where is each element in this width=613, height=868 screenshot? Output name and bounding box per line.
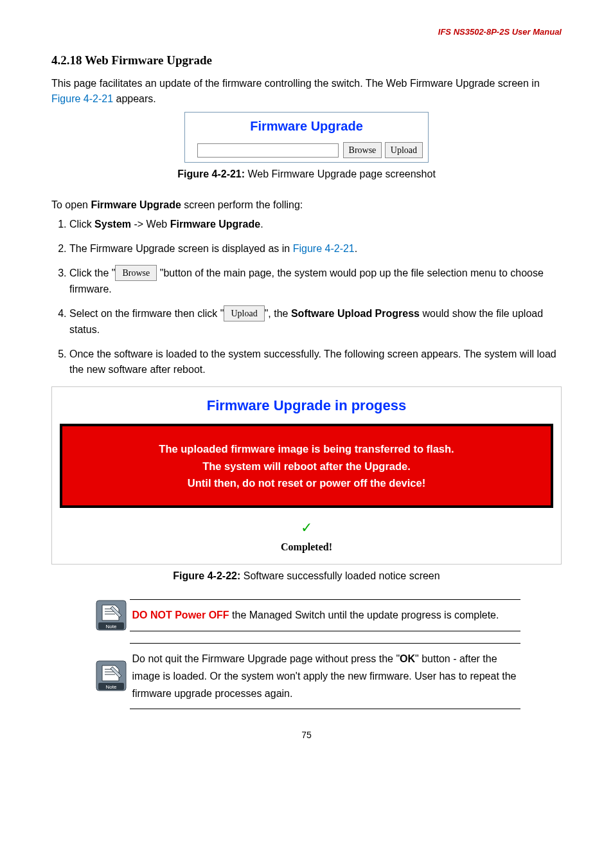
- open-text-b: Firmware Upgrade: [91, 199, 181, 210]
- step-3: Click the "Browse "button of the main pa…: [69, 266, 562, 297]
- checkmark-icon: ✓: [60, 517, 553, 538]
- open-instruction: To open Firmware Upgrade screen perform …: [51, 197, 562, 213]
- s1-c: -> Web: [131, 219, 170, 230]
- note-icon-2: Note: [93, 643, 130, 710]
- note-icon-1: Note: [93, 599, 130, 631]
- file-path-input[interactable]: [197, 143, 339, 158]
- s5-a: Once the software is loaded to the syste…: [69, 348, 556, 375]
- step-5: Once the software is loaded to the syste…: [69, 347, 562, 377]
- note-2-ok: OK: [400, 653, 415, 664]
- intro-text-b: appears.: [113, 93, 156, 104]
- figure-1-caption: Figure 4-2-21: Web Firmware Upgrade page…: [51, 167, 562, 182]
- progress-title: Firmware Upgrade in progess: [60, 395, 553, 416]
- s1-d: Firmware Upgrade: [170, 219, 260, 230]
- warning-box: The uploaded firmware image is being tra…: [60, 424, 553, 508]
- figure-2-caption-num: Figure 4-2-22:: [173, 570, 240, 581]
- svg-text:Note: Note: [105, 624, 116, 629]
- open-text-c: screen perform the folling:: [181, 199, 303, 210]
- note-1-rest: the Managed Switch until the update prog…: [229, 610, 499, 620]
- warning-line-2: The system will reboot after the Upgrade…: [74, 458, 539, 475]
- note-1-body: DO NOT Power OFF the Managed Switch unti…: [130, 599, 521, 631]
- s1-a: Click: [69, 219, 94, 230]
- s2-link: Figure 4-2-21: [293, 243, 355, 254]
- s2-a: The Firmware Upgrade screen is displayed…: [69, 243, 293, 254]
- intro-paragraph: This page facilitates an update of the f…: [51, 76, 562, 107]
- progress-panel: Firmware Upgrade in progess The uploaded…: [51, 386, 562, 565]
- figure-1-container: Firmware Upgrade Browse Upload: [51, 112, 562, 163]
- warning-line-1: The uploaded firmware image is being tra…: [74, 440, 539, 457]
- note-2-a: Do not quit the Firmware Upgrade page wi…: [132, 653, 400, 664]
- steps-list: Click System -> Web Firmware Upgrade. Th…: [51, 217, 562, 377]
- s4-b: ", the: [265, 308, 291, 319]
- note-badge-icon: Note: [96, 600, 127, 631]
- firmware-upgrade-title: Firmware Upgrade: [190, 116, 423, 136]
- page-number: 75: [51, 728, 562, 742]
- s4-bold: Software Upload Progress: [291, 308, 420, 319]
- note-1-red: DO NOT Power OFF: [132, 610, 229, 620]
- figure-2-caption-text: Software successfully loaded notice scre…: [240, 570, 440, 581]
- note-badge-icon: Note: [96, 660, 127, 691]
- s1-e: .: [260, 219, 263, 230]
- completed-label: Completed!: [60, 539, 553, 555]
- section-title: 4.2.18 Web Firmware Upgrade: [51, 51, 562, 70]
- step-2: The Firmware Upgrade screen is displayed…: [69, 241, 562, 257]
- intro-text-a: This page facilitates an update of the f…: [51, 78, 540, 89]
- step-4: Select on the firmware then click "Uploa…: [69, 306, 562, 338]
- figure-link-1: Figure 4-2-21: [51, 93, 113, 104]
- note-2-body: Do not quit the Firmware Upgrade page wi…: [130, 643, 521, 710]
- browse-button[interactable]: Browse: [343, 142, 382, 158]
- figure-1-caption-text: Web Firmware Upgrade page screenshot: [245, 168, 436, 179]
- note-2: Note Do not quit the Firmware Upgrade pa…: [93, 643, 521, 710]
- open-text-a: To open: [51, 199, 91, 210]
- upload-button-inline[interactable]: Upload: [224, 305, 264, 321]
- figure-2-caption: Figure 4-2-22: Software successfully loa…: [51, 568, 562, 584]
- browse-button-inline[interactable]: Browse: [115, 265, 157, 281]
- upload-controls-row: Browse Upload: [190, 142, 423, 158]
- note-1: Note DO NOT Power OFF the Managed Switch…: [93, 599, 521, 631]
- s4-a: Select on the firmware then click ": [69, 308, 224, 319]
- figure-1-caption-num: Figure 4-2-21:: [177, 168, 245, 179]
- page-header-product: IFS NS3502-8P-2S User Manual: [51, 26, 562, 39]
- svg-text:Note: Note: [105, 684, 116, 690]
- s1-b: System: [94, 219, 131, 230]
- warning-line-3: Until then, do not reset or power off th…: [74, 475, 539, 491]
- s2-b: .: [355, 243, 357, 254]
- upload-button[interactable]: Upload: [385, 142, 423, 158]
- step-1: Click System -> Web Firmware Upgrade.: [69, 217, 562, 232]
- firmware-upgrade-panel: Firmware Upgrade Browse Upload: [184, 112, 429, 163]
- s3-a: Click the ": [69, 267, 115, 278]
